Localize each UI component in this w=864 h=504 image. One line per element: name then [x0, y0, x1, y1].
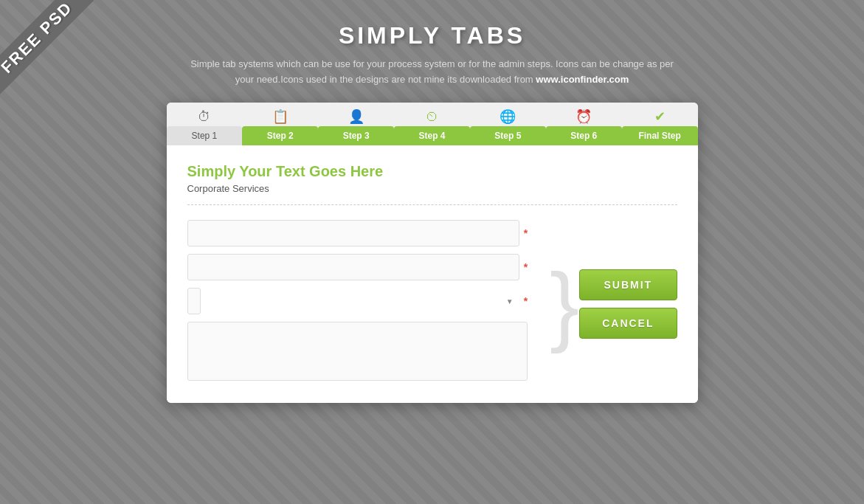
tab-step4[interactable]: ⏲ Step 4 — [394, 103, 470, 145]
field-row-2: * — [187, 254, 528, 280]
textarea-field[interactable] — [187, 322, 528, 381]
free-psd-ribbon: FREE PSD — [0, 0, 118, 118]
form-layout: * * * — [187, 220, 677, 381]
tab-step6-icon: ⏰ — [576, 108, 592, 125]
tabs-header: ⏱ Step 1 📋 Step 2 👤 Step 3 ⏲ Step 4 🌐 St… — [167, 103, 698, 145]
tab-step1-icon: ⏱ — [198, 109, 211, 125]
section-subtitle: Corporate Services — [187, 183, 677, 194]
tab-step5-label: Step 5 — [470, 126, 546, 145]
tab-final[interactable]: ✔ Final Step — [622, 103, 698, 145]
section-title: Simply Your Text Goes Here — [187, 163, 677, 180]
tab-step1-label: Step 1 — [167, 126, 243, 145]
tab-step5[interactable]: 🌐 Step 5 — [470, 103, 546, 145]
field-row-4 — [187, 322, 528, 381]
action-buttons: SUBMIT CANCEL — [579, 262, 677, 339]
field-row-3: * — [187, 288, 528, 314]
select-wrapper — [187, 288, 519, 314]
submit-button[interactable]: SUBMIT — [579, 269, 677, 300]
tab-step4-icon: ⏲ — [426, 109, 439, 125]
required-star-3: * — [524, 295, 528, 307]
dropdown-field[interactable] — [187, 288, 201, 314]
card-content: Simply Your Text Goes Here Corporate Ser… — [167, 145, 698, 403]
tab-step2-label: Step 2 — [242, 126, 318, 145]
tab-step3-icon: 👤 — [348, 108, 364, 125]
field-row-1: * — [187, 220, 528, 246]
page-subtitle: Simple tab systems which can be use for … — [182, 57, 683, 88]
page-title: SIMPLY TABS — [0, 22, 864, 49]
tab-step2[interactable]: 📋 Step 2 — [242, 103, 318, 145]
tab-step3-label: Step 3 — [318, 126, 394, 145]
form-fields: * * * — [187, 220, 528, 381]
cancel-button[interactable]: CANCEL — [579, 308, 677, 339]
input-field-1[interactable] — [187, 220, 519, 246]
iconfinder-link[interactable]: www.iconfinder.com — [536, 74, 629, 85]
content-divider — [187, 204, 677, 205]
tab-step1[interactable]: ⏱ Step 1 — [167, 103, 243, 145]
tab-step6-label: Step 6 — [546, 126, 622, 145]
main-card: ⏱ Step 1 📋 Step 2 👤 Step 3 ⏲ Step 4 🌐 St… — [167, 103, 698, 403]
tab-step6[interactable]: ⏰ Step 6 — [546, 103, 622, 145]
ribbon-text: FREE PSD — [0, 0, 94, 94]
input-field-2[interactable] — [187, 254, 519, 280]
tab-step2-icon: 📋 — [272, 108, 288, 125]
page-header: SIMPLY TABS Simple tab systems which can… — [0, 0, 864, 103]
tab-step4-label: Step 4 — [394, 126, 470, 145]
tab-step5-icon: 🌐 — [500, 108, 516, 125]
right-group: } SUBMIT CANCEL — [550, 220, 677, 381]
required-star-2: * — [524, 261, 528, 273]
tab-step3[interactable]: 👤 Step 3 — [318, 103, 394, 145]
tab-final-label: Final Step — [622, 126, 698, 145]
tab-final-icon: ✔ — [654, 108, 666, 125]
required-star-1: * — [524, 227, 528, 239]
brace-decoration: } — [550, 260, 579, 348]
